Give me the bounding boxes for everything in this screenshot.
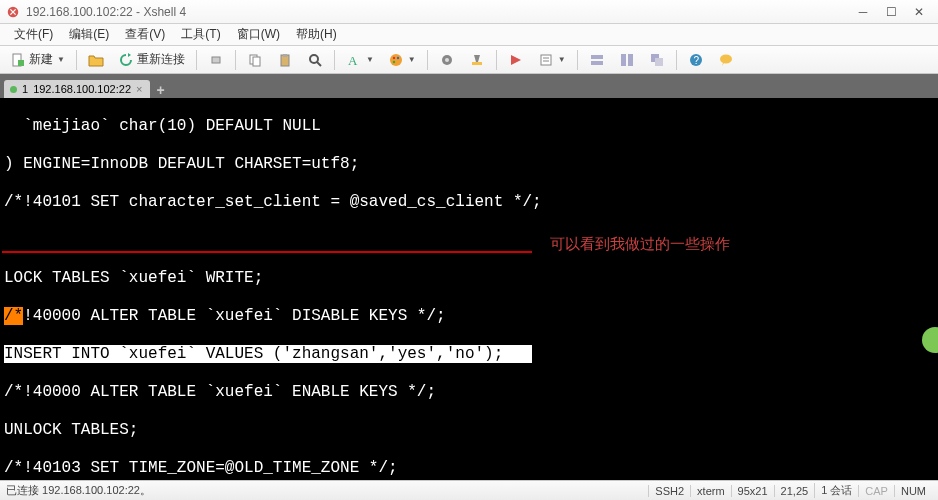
palette-icon (388, 52, 404, 68)
status-sessions: 1 会话 (814, 483, 858, 498)
xftp-button[interactable] (502, 49, 530, 71)
reconnect-button[interactable]: 重新连接 (112, 48, 191, 71)
cascade-icon (649, 52, 665, 68)
svg-rect-26 (655, 58, 663, 66)
find-button[interactable] (301, 49, 329, 71)
toolbar-separator (334, 50, 335, 70)
annotation-text: 可以看到我做过的一些操作 (550, 235, 730, 254)
copy-icon (247, 52, 263, 68)
svg-point-12 (393, 56, 395, 58)
open-button[interactable] (82, 49, 110, 71)
new-button[interactable]: 新建 ▼ (4, 48, 71, 71)
statusbar: 已连接 192.168.100.102:22。 SSH2 xterm 95x21… (0, 480, 938, 500)
terminal-area[interactable]: `meijiao` char(10) DEFAULT NULL ) ENGINE… (0, 98, 938, 480)
session-tabbar: 1 192.168.100.102:22 × + (0, 74, 938, 98)
svg-rect-21 (591, 55, 603, 59)
window-title: 192.168.100.102:22 - Xshell 4 (26, 5, 850, 19)
menu-view[interactable]: 查看(V) (117, 24, 173, 45)
dropdown-arrow-icon: ▼ (57, 55, 65, 64)
term-line: /*!40000 ALTER TABLE `xuefei` ENABLE KEY… (4, 383, 934, 402)
connection-status-icon (10, 86, 17, 93)
status-num: NUM (894, 485, 932, 497)
term-line: UNLOCK TABLES; (4, 421, 934, 440)
close-button[interactable]: ✕ (906, 3, 932, 21)
tile-horiz-button[interactable] (583, 49, 611, 71)
menu-help[interactable]: 帮助(H) (288, 24, 345, 45)
annotation-underline (2, 251, 532, 253)
term-line: INSERT INTO `xuefei` VALUES ('zhangsan',… (4, 345, 934, 364)
status-pos: 21,25 (774, 485, 815, 497)
font-button[interactable]: A▼ (340, 49, 380, 71)
disconnect-button[interactable] (202, 49, 230, 71)
svg-point-14 (393, 60, 395, 62)
paste-button[interactable] (271, 49, 299, 71)
tile-vert-button[interactable] (613, 49, 641, 71)
toolbar: 新建 ▼ 重新连接 A▼ ▼ ▼ ? (0, 46, 938, 74)
color-button[interactable]: ▼ (382, 49, 422, 71)
bubble-icon (718, 52, 734, 68)
tile-icon (589, 52, 605, 68)
paste-icon (277, 52, 293, 68)
maximize-button[interactable]: ☐ (878, 3, 904, 21)
highlight-button[interactable] (463, 49, 491, 71)
tab-index: 1 (22, 83, 28, 95)
dropdown-arrow-icon: ▼ (408, 55, 416, 64)
add-tab-button[interactable]: + (150, 82, 170, 98)
status-size: 95x21 (731, 485, 774, 497)
about-button[interactable] (712, 49, 740, 71)
svg-text:A: A (348, 53, 358, 68)
script-button[interactable]: ▼ (532, 49, 572, 71)
status-cap: CAP (858, 485, 894, 497)
term-line: LOCK TABLES `xuefei` WRITE; (4, 269, 934, 288)
session-tab[interactable]: 1 192.168.100.102:22 × (4, 80, 150, 98)
svg-rect-17 (472, 62, 482, 65)
properties-button[interactable] (433, 49, 461, 71)
reconnect-icon (118, 52, 134, 68)
search-icon (307, 52, 323, 68)
svg-rect-18 (541, 55, 551, 65)
window-controls: ─ ☐ ✕ (850, 3, 932, 21)
svg-point-16 (445, 58, 449, 62)
gear-icon (439, 52, 455, 68)
status-term: xterm (690, 485, 731, 497)
tile-vert-icon (619, 52, 635, 68)
svg-point-11 (390, 54, 402, 66)
cascade-button[interactable] (643, 49, 671, 71)
menu-file[interactable]: 文件(F) (6, 24, 61, 45)
highlight-icon (469, 52, 485, 68)
close-tab-icon[interactable]: × (136, 83, 142, 95)
svg-line-9 (317, 62, 321, 66)
copy-button[interactable] (241, 49, 269, 71)
toolbar-separator (577, 50, 578, 70)
dropdown-arrow-icon: ▼ (558, 55, 566, 64)
svg-rect-3 (212, 57, 220, 63)
term-line: `meijiao` char(10) DEFAULT NULL (4, 117, 934, 136)
svg-rect-22 (591, 61, 603, 65)
term-line: /*!40103 SET TIME_ZONE=@OLD_TIME_ZONE */… (4, 459, 934, 478)
svg-point-13 (397, 56, 399, 58)
svg-point-8 (310, 55, 318, 63)
highlight-orange: /* (4, 307, 23, 325)
status-connection: 已连接 192.168.100.102:22。 (6, 483, 648, 498)
plug-icon (208, 52, 224, 68)
menu-edit[interactable]: 编辑(E) (61, 24, 117, 45)
new-file-icon (10, 52, 26, 68)
help-icon: ? (688, 52, 704, 68)
toolbar-separator (427, 50, 428, 70)
toolbar-separator (676, 50, 677, 70)
window-titlebar: 192.168.100.102:22 - Xshell 4 ─ ☐ ✕ (0, 0, 938, 24)
svg-rect-23 (621, 54, 626, 66)
menubar: 文件(F) 编辑(E) 查看(V) 工具(T) 窗口(W) 帮助(H) (0, 24, 938, 46)
help-button[interactable]: ? (682, 49, 710, 71)
svg-rect-5 (253, 57, 260, 66)
status-ssh: SSH2 (648, 485, 690, 497)
svg-rect-24 (628, 54, 633, 66)
toolbar-separator (76, 50, 77, 70)
menu-tools[interactable]: 工具(T) (173, 24, 228, 45)
toolbar-separator (196, 50, 197, 70)
tab-label: 192.168.100.102:22 (33, 83, 131, 95)
menu-window[interactable]: 窗口(W) (229, 24, 288, 45)
minimize-button[interactable]: ─ (850, 3, 876, 21)
transfer-icon (508, 52, 524, 68)
term-line: ) ENGINE=InnoDB DEFAULT CHARSET=utf8; (4, 155, 934, 174)
